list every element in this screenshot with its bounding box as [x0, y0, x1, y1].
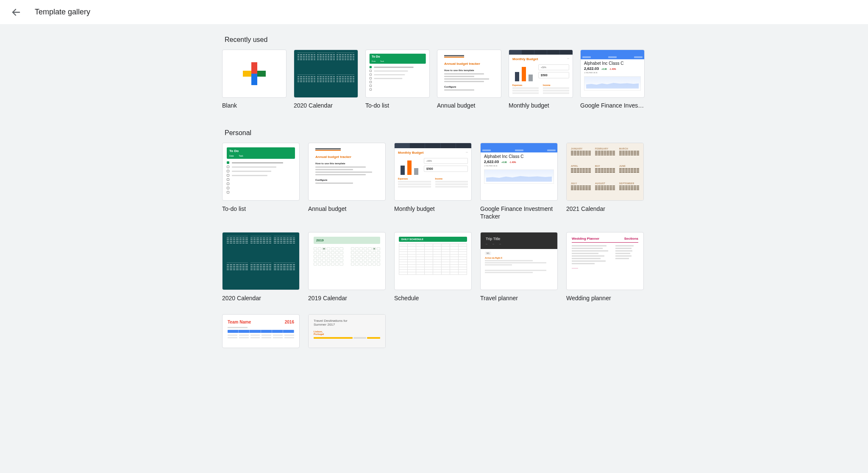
template-card: Annual budget tracker How to use this te… [308, 143, 386, 220]
template-thumb-wedding-planner[interactable]: Wedding PlannerSections ——— [566, 232, 644, 290]
template-label: 2020 Calendar [294, 102, 358, 109]
section-heading-personal: Personal [225, 129, 646, 137]
template-label: To-do list [222, 205, 300, 213]
template-card: 2019 [308, 232, 386, 302]
template-thumb-2021-calendar[interactable]: JANUARY FEBRUARY MARCH APRIL MAY JUNE JU… [566, 143, 644, 201]
template-label: Annual budget [437, 102, 501, 109]
page-title: Template gallery [35, 8, 90, 17]
template-label: Schedule [394, 294, 472, 302]
template-thumb-travel-planner[interactable]: Trip Title ——— 9/1 Arrive via flight X [480, 232, 558, 290]
template-thumb-blank[interactable] [222, 50, 287, 98]
annual-title: Annual budget tracker [444, 62, 494, 66]
template-card: 2020 Calendar [222, 232, 300, 302]
template-label: 2020 Calendar [222, 294, 300, 302]
template-label: Google Finance Investment Tracker [480, 205, 558, 220]
template-thumb-2020-calendar[interactable] [294, 50, 358, 98]
template-card: Wedding PlannerSections ——— Wedding plan… [566, 232, 644, 302]
plus-icon [223, 50, 286, 97]
template-card: Alphabet Inc Class C 2,622.03 +6.96 -1.4… [480, 143, 558, 220]
template-label: Wedding planner [566, 294, 644, 302]
recent-row: Blank 2020 Calendar [222, 50, 646, 109]
template-thumb-todo[interactable]: To Do DateTask [365, 50, 430, 98]
template-thumb-travel-destinations[interactable]: Travel Destinations for Summer 2017 Lisb… [308, 314, 386, 348]
template-card: Team Name2016 [222, 314, 300, 348]
template-card: Annual budget tracker How to use this te… [437, 50, 501, 109]
template-thumb-annual-budget[interactable]: Annual budget tracker How to use this te… [437, 50, 501, 98]
template-card: Monthly Budget— +50% $500 Expenses I [394, 143, 472, 220]
todo-title: To Do [372, 55, 423, 58]
template-card: Trip Title ——— 9/1 Arrive via flight X T… [480, 232, 558, 302]
gallery-body: Recently used Blank [0, 24, 868, 473]
template-card: 2020 Calendar [294, 50, 358, 109]
template-card: JANUARY FEBRUARY MARCH APRIL MAY JUNE JU… [566, 143, 644, 220]
template-label: Monthly budget [394, 205, 472, 213]
personal-grid: To Do DateTask To-do list [222, 143, 646, 348]
template-card: Travel Destinations for Summer 2017 Lisb… [308, 314, 386, 348]
template-thumb-monthly-budget[interactable]: Monthly Budget— +50% $500 Expenses I [509, 50, 573, 98]
template-card: Blank [222, 50, 287, 109]
template-thumb-2020-calendar[interactable] [222, 232, 300, 290]
template-thumb-google-finance[interactable]: Alphabet Inc Class C 2,622.03 +6.96 -1.4… [480, 143, 558, 201]
template-label: Monthly budget [509, 102, 573, 109]
template-thumb-todo[interactable]: To Do DateTask [222, 143, 300, 201]
section-heading-recent: Recently used [225, 36, 646, 44]
template-label: Annual budget [308, 205, 386, 213]
template-label: Google Finance Investment Tracker [580, 102, 645, 109]
arrow-left-icon [11, 7, 21, 17]
template-label: 2021 Calendar [566, 205, 644, 213]
template-thumb-monthly-budget[interactable]: Monthly Budget— +50% $500 Expenses I [394, 143, 472, 201]
finance-company: Alphabet Inc Class C [584, 61, 641, 66]
template-card: Monthly Budget— +50% $500 Expenses I [509, 50, 573, 109]
template-label: Travel planner [480, 294, 558, 302]
template-label: Blank [222, 102, 287, 109]
back-button[interactable] [10, 6, 22, 18]
template-thumb-team-roster[interactable]: Team Name2016 [222, 314, 300, 348]
template-thumb-google-finance[interactable]: Alphabet Inc Class C 2,622.03 +6.96 -1.4… [580, 50, 645, 98]
header: Template gallery [0, 0, 868, 24]
template-thumb-schedule[interactable]: DAILY SCHEDULE [394, 232, 472, 290]
template-card: DAILY SCHEDULE [394, 232, 472, 302]
template-card: Alphabet Inc Class C 2,622.03 +6.96 -1.4… [580, 50, 645, 109]
template-label: 2019 Calendar [308, 294, 386, 302]
template-thumb-annual-budget[interactable]: Annual budget tracker How to use this te… [308, 143, 386, 201]
template-card: To Do DateTask To-do list [365, 50, 430, 109]
template-label: To-do list [365, 102, 430, 109]
template-card: To Do DateTask To-do list [222, 143, 300, 220]
template-thumb-2019-calendar[interactable]: 2019 [308, 232, 386, 290]
